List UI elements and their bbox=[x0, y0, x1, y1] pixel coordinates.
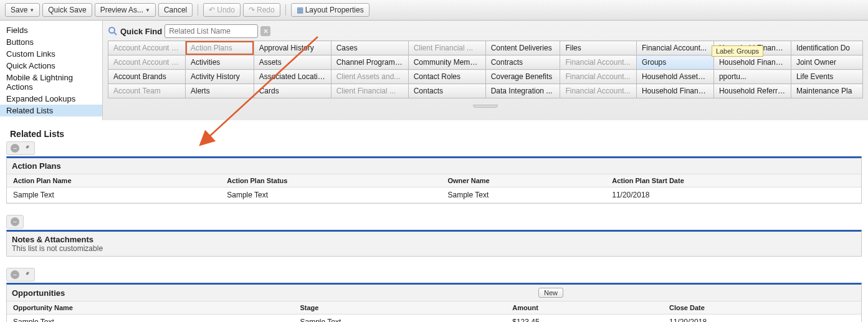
palette-item[interactable]: Account Account R... bbox=[108, 55, 186, 70]
related-list-toolbar: − bbox=[6, 268, 35, 282]
palette-item[interactable]: Alerts bbox=[186, 84, 254, 98]
palette-item[interactable]: Client Financial ... bbox=[408, 41, 485, 55]
layout-properties-button[interactable]: ▦Layout Properties bbox=[291, 3, 370, 17]
sidebar-item[interactable]: Related Lists bbox=[0, 105, 102, 116]
table-cell: Sample Text bbox=[293, 315, 506, 323]
table-cell: 11/20/2018 bbox=[606, 187, 861, 203]
column-header: Amount bbox=[506, 301, 663, 315]
palette-item[interactable]: Financial Account... bbox=[560, 55, 637, 70]
top-toolbar: Save▼ Quick Save Preview As...▼ Cancel ↶… bbox=[0, 0, 868, 21]
table-cell: 11/20/2018 bbox=[663, 315, 861, 323]
palette-item[interactable]: Activity History bbox=[186, 70, 254, 84]
palette-item[interactable]: Assets bbox=[254, 55, 331, 70]
wrench-icon[interactable] bbox=[22, 144, 31, 153]
palette-item[interactable]: Community Members bbox=[408, 55, 485, 70]
palette-item[interactable]: Associated Locations bbox=[254, 70, 331, 84]
opportunities-related-list[interactable]: Opportunities New Opportunity NameStageA… bbox=[6, 283, 862, 322]
palette-panel: Quick Find ✕ Account Account R...Action … bbox=[103, 21, 868, 120]
remove-icon[interactable]: − bbox=[11, 270, 19, 279]
palette-item[interactable]: Contacts bbox=[408, 84, 485, 98]
notes-title: Notes & Attachments bbox=[12, 235, 856, 244]
palette-item[interactable]: Files bbox=[560, 41, 637, 55]
palette-item[interactable]: Maintenance Pla bbox=[791, 84, 862, 98]
layout-icon: ▦ bbox=[297, 6, 303, 14]
search-icon bbox=[108, 26, 118, 36]
table-cell: Sample Text bbox=[7, 315, 293, 323]
clear-search-button[interactable]: ✕ bbox=[260, 26, 270, 36]
related-list-toolbar: − bbox=[6, 215, 24, 229]
related-list-toolbar: − bbox=[6, 141, 35, 155]
palette-item[interactable]: Account Team bbox=[108, 84, 186, 98]
palette-item[interactable]: Financial Account... bbox=[560, 70, 637, 84]
notes-attachments-related-list[interactable]: Notes & Attachments This list is not cus… bbox=[6, 230, 862, 257]
column-header: Owner Name bbox=[441, 174, 606, 187]
undo-button[interactable]: ↶Undo bbox=[203, 3, 241, 17]
palette-item[interactable]: Identification Do bbox=[791, 41, 862, 55]
remove-icon[interactable]: − bbox=[11, 217, 19, 226]
palette-sidebar: FieldsButtonsCustom LinksQuick ActionsMo… bbox=[0, 21, 103, 120]
palette-item[interactable]: Contracts bbox=[485, 55, 560, 70]
column-header: Close Date bbox=[663, 301, 861, 315]
table-cell: Sample Text bbox=[7, 187, 221, 203]
action-plans-title: Action Plans bbox=[12, 161, 61, 171]
palette-item[interactable]: Channel Program M... bbox=[331, 55, 408, 70]
preview-as-button[interactable]: Preview As...▼ bbox=[95, 3, 156, 17]
notes-subtext: This list is not customizable bbox=[12, 244, 856, 253]
palette-resize-handle[interactable] bbox=[103, 103, 868, 108]
palette-item[interactable]: Household Financi... bbox=[636, 84, 713, 98]
column-header: Opportunity Name bbox=[7, 301, 293, 315]
palette-item[interactable]: Household Assets ... bbox=[636, 70, 713, 84]
sidebar-item[interactable]: Buttons bbox=[0, 36, 102, 48]
chevron-down-icon: ▼ bbox=[145, 7, 150, 13]
palette-item[interactable]: Client Financial ... bbox=[331, 84, 408, 98]
table-cell: Sample Text bbox=[221, 187, 441, 203]
palette-item[interactable]: Activities bbox=[186, 55, 254, 70]
palette-item[interactable]: Cards bbox=[254, 84, 331, 98]
palette-item[interactable]: Action Plans bbox=[186, 41, 254, 55]
quick-save-button[interactable]: Quick Save bbox=[42, 3, 92, 17]
palette-item[interactable]: Joint Owner bbox=[791, 55, 862, 70]
sidebar-item[interactable]: Mobile & Lightning Actions bbox=[0, 72, 102, 93]
palette-item[interactable]: Cases bbox=[331, 41, 408, 55]
undo-icon: ↶ bbox=[209, 6, 215, 14]
chevron-down-icon: ▼ bbox=[29, 7, 34, 13]
separator bbox=[285, 4, 286, 16]
palette-item[interactable]: Account Brands bbox=[108, 70, 186, 84]
save-button[interactable]: Save▼ bbox=[5, 3, 40, 17]
remove-icon[interactable]: − bbox=[11, 144, 19, 153]
opportunities-title: Opportunities bbox=[12, 288, 65, 298]
column-header: Action Plan Name bbox=[7, 174, 221, 187]
related-lists-section-title: Related Lists bbox=[6, 124, 862, 141]
sidebar-item[interactable]: Quick Actions bbox=[0, 60, 102, 72]
palette-item[interactable]: Content Deliveries bbox=[485, 41, 560, 55]
action-plans-related-list[interactable]: Action Plans Action Plan NameAction Plan… bbox=[6, 156, 862, 204]
wrench-icon[interactable] bbox=[22, 270, 31, 279]
palette-item[interactable]: Approval History bbox=[254, 41, 331, 55]
palette-item[interactable]: pportu... bbox=[713, 70, 791, 84]
palette-item[interactable]: Household Referrals bbox=[713, 84, 791, 98]
palette-item[interactable]: Client Assets and... bbox=[331, 70, 408, 84]
quick-find-input[interactable] bbox=[165, 24, 258, 38]
palette-item[interactable]: Financial Account... bbox=[560, 84, 637, 98]
redo-icon: ↷ bbox=[249, 6, 255, 14]
redo-button[interactable]: ↷Redo bbox=[243, 3, 280, 17]
separator bbox=[198, 4, 198, 16]
table-cell: $123.45 bbox=[506, 315, 663, 323]
palette-item[interactable]: Data Integration ... bbox=[485, 84, 560, 98]
sidebar-item[interactable]: Expanded Lookups bbox=[0, 93, 102, 105]
new-button[interactable]: New bbox=[538, 288, 563, 298]
table-cell: Sample Text bbox=[441, 187, 606, 203]
cancel-button[interactable]: Cancel bbox=[158, 3, 193, 17]
palette-item[interactable]: Life Events bbox=[791, 70, 862, 84]
palette-item[interactable]: Financial Account... bbox=[636, 41, 713, 55]
palette-item[interactable]: Coverage Benefits bbox=[485, 70, 560, 84]
palette-tooltip: Label: Groups bbox=[712, 45, 763, 57]
column-header: Stage bbox=[293, 301, 506, 315]
palette-item[interactable]: Groups bbox=[636, 55, 713, 70]
palette-item[interactable]: Account Account R... bbox=[108, 41, 186, 55]
layout-canvas: Related Lists − Action Plans Action Plan… bbox=[0, 120, 868, 322]
palette-item[interactable]: Contact Roles bbox=[408, 70, 485, 84]
palette-item[interactable]: Household Financi... bbox=[713, 55, 791, 70]
sidebar-item[interactable]: Custom Links bbox=[0, 48, 102, 60]
sidebar-item[interactable]: Fields bbox=[0, 24, 102, 36]
